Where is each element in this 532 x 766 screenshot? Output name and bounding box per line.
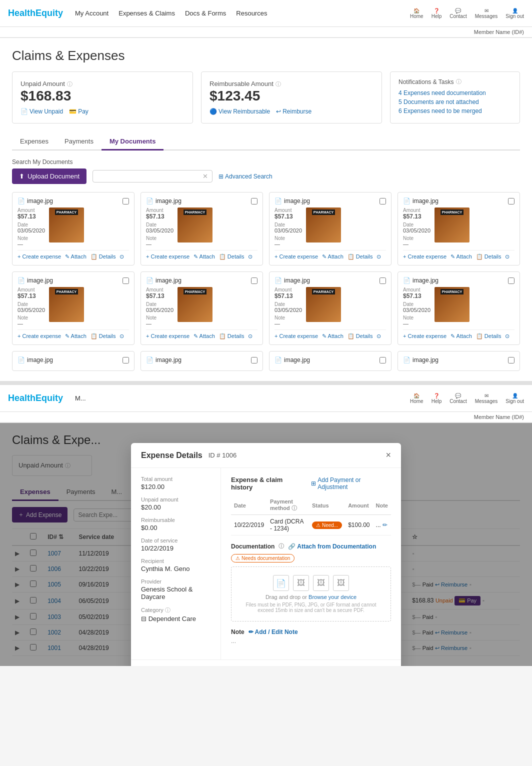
options-link-5[interactable]: ⊙ xyxy=(120,333,124,340)
attach-link-7[interactable]: ✎ Attach xyxy=(322,333,344,340)
reimburse-icon: ↩ xyxy=(276,108,281,115)
doc-checkbox-p2[interactable] xyxy=(251,357,258,364)
options-link-4[interactable]: ⊙ xyxy=(505,254,510,260)
reimbursable-info-icon[interactable]: ⓘ xyxy=(276,81,281,87)
modal-body: Total amount $120.00 Unpaid amount $20.0… xyxy=(131,468,401,660)
create-expense-link-4[interactable]: + Create expense xyxy=(403,254,446,260)
help-nav-item-2[interactable]: ❓ Help xyxy=(432,393,442,404)
help-nav-item[interactable]: ❓ Help xyxy=(432,8,442,19)
nav-docs-forms[interactable]: Docs & Forms xyxy=(185,10,226,17)
create-expense-link-3[interactable]: + Create expense xyxy=(274,254,318,260)
view-reimbursable-link[interactable]: 🔵 View Reimbursable xyxy=(210,108,270,115)
search-input[interactable] xyxy=(97,173,202,180)
doc-checkbox-5[interactable] xyxy=(122,278,129,284)
create-expense-link-6[interactable]: + Create expense xyxy=(146,333,190,340)
options-link-7[interactable]: ⊙ xyxy=(376,333,381,340)
attach-link-5[interactable]: ✎ Attach xyxy=(65,333,86,340)
payment-info-icon[interactable]: ⓘ xyxy=(292,505,297,511)
doc-filename-7: 📄 image.jpg xyxy=(274,277,310,284)
reimburse-link[interactable]: ↩ Reimburse xyxy=(276,108,312,115)
modal-right-panel: Expense & claim history ⊞ Add Payment or… xyxy=(221,468,401,660)
doc-info-icon[interactable]: ⓘ xyxy=(278,542,284,550)
upload-document-button[interactable]: ⬆ Upload Document xyxy=(12,168,86,184)
details-link-4[interactable]: 📋 Details xyxy=(476,254,502,260)
nav-my-account-2[interactable]: M... xyxy=(75,394,86,402)
category-info-icon[interactable]: ⓘ xyxy=(165,607,170,613)
details-link-6[interactable]: 📋 Details xyxy=(219,333,244,340)
notif-item-3[interactable]: 6 Expenses need to be merged xyxy=(398,108,512,114)
options-link-2[interactable]: ⊙ xyxy=(248,254,252,260)
pay-link[interactable]: 💳 Pay xyxy=(69,108,88,115)
clear-search-icon[interactable]: ✕ xyxy=(202,172,208,180)
home-nav-item-2[interactable]: 🏠 Home xyxy=(410,393,424,404)
details-link-3[interactable]: 📋 Details xyxy=(348,254,373,260)
signout-label-2: Sign out xyxy=(506,398,524,404)
doc-checkbox-2[interactable] xyxy=(251,198,258,204)
category-value: ⊟ Dependent Care xyxy=(141,615,210,622)
doc-checkbox-p4[interactable] xyxy=(508,357,514,364)
signout-nav-item-2[interactable]: 👤 Sign out xyxy=(506,393,524,404)
doc-checkbox-4[interactable] xyxy=(508,198,514,204)
nav-resources[interactable]: Resources xyxy=(236,10,267,17)
attach-link-6[interactable]: ✎ Attach xyxy=(194,333,215,340)
edit-claim-icon[interactable]: ✏ xyxy=(382,522,388,528)
messages-nav-item-2[interactable]: ✉ Messages xyxy=(475,393,498,404)
attach-link-2[interactable]: ✎ Attach xyxy=(194,254,215,260)
home-nav-item[interactable]: 🏠 Home xyxy=(410,8,424,19)
doc-checkbox-7[interactable] xyxy=(380,278,386,284)
nav-expenses-claims[interactable]: Expenses & Claims xyxy=(118,10,175,17)
doc-checkbox-p3[interactable] xyxy=(380,357,386,364)
advanced-search-link[interactable]: ⊞ Advanced Search xyxy=(218,173,272,180)
modal-close-button[interactable]: × xyxy=(386,450,391,460)
doc-filename-3: 📄 image.jpg xyxy=(274,198,310,204)
attach-from-doc-link[interactable]: 🔗 Attach from Documentation xyxy=(288,543,376,550)
messages-nav-item[interactable]: ✉ Messages xyxy=(475,8,498,19)
add-edit-note-link[interactable]: ✏ Add / Edit Note xyxy=(248,628,298,636)
create-expense-link-8[interactable]: + Create expense xyxy=(403,333,446,340)
notif-item-2[interactable]: 5 Documents are not attached xyxy=(398,98,512,106)
tab-expenses[interactable]: Expenses xyxy=(12,134,56,150)
doc-actions-7: + Create expense ✎ Attach 📋 Details ⊙ xyxy=(274,330,386,340)
add-payment-link[interactable]: ⊞ Add Payment or Adjustment xyxy=(311,476,391,490)
details-link-2[interactable]: 📋 Details xyxy=(219,254,244,260)
dropzone[interactable]: 📄 🖼 🖼 🖼 Drag and drop or Browse your dev… xyxy=(231,566,391,622)
create-expense-link-2[interactable]: + Create expense xyxy=(146,254,190,260)
doc-checkbox-p1[interactable] xyxy=(122,357,129,364)
provider-value: Genesis School & Daycare xyxy=(141,586,210,600)
details-link-1[interactable]: 📋 Details xyxy=(90,254,116,260)
details-link-5[interactable]: 📋 Details xyxy=(90,333,116,340)
nav-my-account[interactable]: My Account xyxy=(75,10,108,17)
browse-link[interactable]: Browse your device xyxy=(308,594,356,600)
doc-checkbox-1[interactable] xyxy=(122,198,129,204)
doc-actions-2: + Create expense ✎ Attach 📋 Details ⊙ xyxy=(146,250,258,260)
modal-overlay[interactable]: Expense Details ID # 1006 × Total amount… xyxy=(0,423,532,666)
notif-item-1[interactable]: 4 Expenses need documentation xyxy=(398,90,512,96)
attach-link-3[interactable]: ✎ Attach xyxy=(322,254,344,260)
options-link-3[interactable]: ⊙ xyxy=(376,254,381,260)
signout-nav-item[interactable]: 👤 Sign out xyxy=(506,8,524,19)
create-expense-link-1[interactable]: + Create expense xyxy=(18,254,61,260)
unpaid-info-icon[interactable]: ⓘ xyxy=(67,81,72,87)
claim-note: ... ✏ xyxy=(373,515,391,536)
details-link-7[interactable]: 📋 Details xyxy=(348,333,373,340)
options-link-6[interactable]: ⊙ xyxy=(248,333,252,340)
attach-link-4[interactable]: ✎ Attach xyxy=(450,254,472,260)
create-expense-link-7[interactable]: + Create expense xyxy=(274,333,318,340)
options-link-1[interactable]: ⊙ xyxy=(120,254,124,260)
messages-label-2: Messages xyxy=(475,398,498,404)
tab-payments[interactable]: Payments xyxy=(56,134,102,150)
create-expense-link-5[interactable]: + Create expense xyxy=(18,333,61,340)
tab-my-documents[interactable]: My Documents xyxy=(102,134,164,150)
doc-checkbox-3[interactable] xyxy=(380,198,386,204)
doc-card-5: 📄 image.jpg Amount $57.13 Date 03/05/202… xyxy=(12,272,134,345)
doc-checkbox-6[interactable] xyxy=(251,278,258,284)
contact-nav-item-2[interactable]: 💬 Contact xyxy=(450,393,466,404)
attach-link-1[interactable]: ✎ Attach xyxy=(65,254,86,260)
attach-link-8[interactable]: ✎ Attach xyxy=(450,333,472,340)
options-link-8[interactable]: ⊙ xyxy=(505,333,510,340)
details-link-8[interactable]: 📋 Details xyxy=(476,333,502,340)
contact-nav-item[interactable]: 💬 Contact xyxy=(450,8,466,19)
doc-checkbox-8[interactable] xyxy=(508,278,514,284)
notifications-info-icon[interactable]: ⓘ xyxy=(456,78,462,86)
view-unpaid-link[interactable]: 📄 View Unpaid xyxy=(20,108,63,115)
